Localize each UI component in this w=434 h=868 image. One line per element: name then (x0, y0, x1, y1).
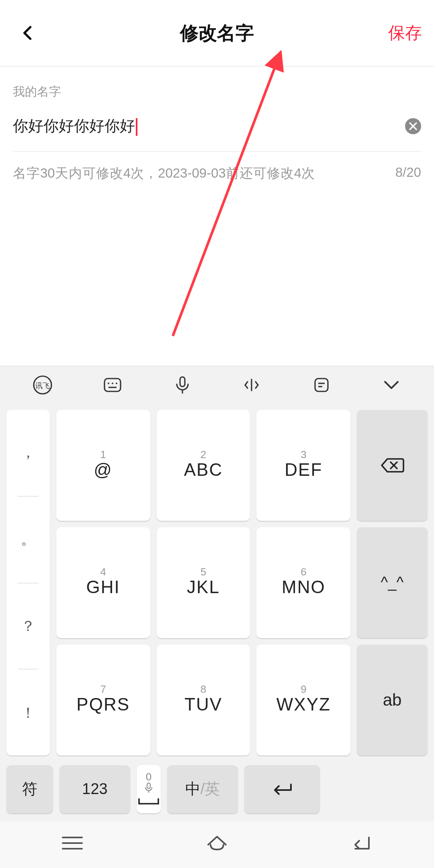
key-2-abc[interactable]: 2ABC (156, 410, 250, 521)
back-icon (349, 833, 375, 853)
emoji-key[interactable]: ^_^ (357, 527, 428, 638)
mode-key[interactable]: ab (357, 645, 428, 755)
clipboard-icon[interactable] (308, 371, 335, 399)
enter-icon (270, 781, 294, 797)
svg-rect-5 (104, 379, 121, 391)
svg-text:讯飞: 讯飞 (36, 382, 50, 390)
voice-input-icon[interactable] (168, 371, 196, 399)
punct-key[interactable]: 。 (6, 497, 50, 583)
chevron-left-icon (19, 24, 37, 42)
svg-point-7 (112, 383, 113, 384)
language-key[interactable]: 中/英 (167, 765, 238, 813)
name-field-row: 你好你好你好你好 (13, 116, 421, 152)
keyboard-toolbar: 讯飞 (0, 366, 434, 403)
svg-rect-13 (315, 379, 328, 391)
page-title: 修改名字 (180, 20, 254, 45)
hint-text: 名字30天内可修改4次，2023-09-03前还可修改4次 (13, 165, 315, 182)
punct-key[interactable]: ！ (6, 670, 50, 756)
svg-rect-18 (147, 783, 150, 788)
enter-key[interactable] (244, 765, 320, 813)
svg-rect-10 (180, 377, 184, 387)
key-9-wxyz[interactable]: 9WXYZ (257, 645, 350, 755)
backspace-icon (380, 457, 404, 474)
close-icon (409, 122, 417, 130)
main-key-column: 1@ 2ABC 3DEF 4GHI 5JKL 6MNO 7PQRS 8TUV 9… (53, 407, 354, 759)
punct-key[interactable]: ， (6, 410, 50, 496)
space-bar-icon (137, 794, 161, 807)
name-input[interactable]: 你好你好你好你好 (13, 116, 405, 137)
nav-menu-button[interactable] (59, 833, 85, 856)
collapse-keyboard-icon[interactable] (377, 371, 405, 399)
symbol-key[interactable]: 符 (6, 765, 53, 813)
save-button[interactable]: 保存 (388, 0, 422, 66)
nav-home-button[interactable] (204, 833, 230, 856)
space-key[interactable]: 0 (137, 765, 161, 813)
mic-small-icon (137, 782, 161, 794)
home-icon (204, 833, 230, 853)
cursor-move-icon[interactable] (238, 371, 266, 399)
keyboard-grid: ， 。 ？ ！ 1@ 2ABC 3DEF 4GHI 5JKL 6MNO (0, 403, 434, 762)
key-3-def[interactable]: 3DEF (257, 410, 350, 521)
keyboard-switch-icon[interactable] (99, 371, 126, 399)
key-1[interactable]: 1@ (56, 410, 150, 521)
text-cursor (136, 118, 137, 136)
header: 修改名字 保存 (0, 0, 434, 67)
key-4-ghi[interactable]: 4GHI (56, 527, 150, 638)
key-5-jkl[interactable]: 5JKL (156, 527, 250, 638)
key-6-mno[interactable]: 6MNO (257, 527, 350, 638)
punct-column: ， 。 ？ ！ (3, 407, 53, 759)
char-counter: 8/20 (395, 165, 421, 182)
key-7-pqrs[interactable]: 7PQRS (56, 645, 150, 755)
menu-icon (59, 833, 85, 853)
back-button[interactable] (8, 0, 48, 66)
system-nav-bar (0, 821, 434, 868)
number-key[interactable]: 123 (59, 765, 130, 813)
keyboard-bottom-row: 符 123 0 中/英 (0, 762, 434, 821)
svg-point-8 (116, 383, 117, 384)
punct-key[interactable]: ？ (6, 583, 50, 669)
backspace-key[interactable] (357, 410, 428, 521)
name-form: 我的名字 你好你好你好你好 名字30天内可修改4次，2023-09-03前还可修… (0, 67, 434, 195)
clear-button[interactable] (405, 118, 421, 134)
field-label: 我的名字 (13, 84, 421, 100)
ime-logo-icon[interactable]: 讯飞 (29, 371, 57, 399)
hint-row: 名字30天内可修改4次，2023-09-03前还可修改4次 8/20 (13, 165, 421, 182)
nav-back-button[interactable] (349, 833, 375, 856)
side-key-column: ^_^ ab (354, 407, 431, 759)
svg-point-6 (108, 383, 109, 384)
key-8-tuv[interactable]: 8TUV (156, 645, 250, 755)
soft-keyboard: 讯飞 ， 。 ？ ！ 1@ 2ABC 3DEF (0, 366, 434, 868)
